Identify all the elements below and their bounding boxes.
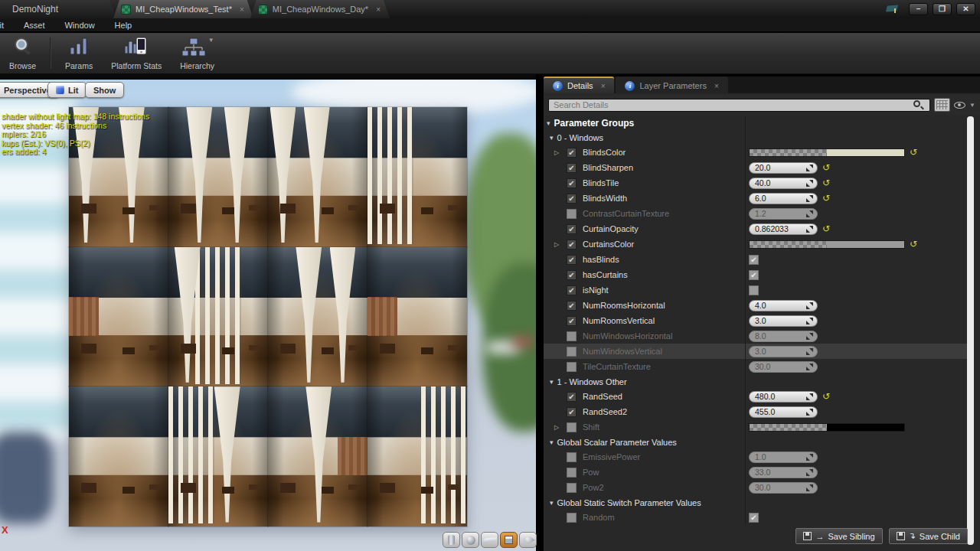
override-checkbox[interactable]: ✔ bbox=[567, 407, 577, 417]
override-checkbox[interactable]: ✔ bbox=[567, 194, 577, 204]
save-sibling-button[interactable]: → Save Sibling bbox=[795, 528, 882, 544]
value-input[interactable]: 30.0 bbox=[749, 361, 818, 373]
override-checkbox[interactable]: ✔ bbox=[567, 392, 577, 402]
preview-viewport[interactable]: Perspective Lit Show shader without ligh… bbox=[0, 74, 536, 551]
override-checkbox[interactable] bbox=[567, 452, 577, 462]
param-row-randseed2: ✔RandSeed2455.0 bbox=[544, 404, 969, 419]
chevron-down-icon[interactable]: ▼ bbox=[208, 37, 214, 60]
value-input[interactable]: 6.0 bbox=[749, 193, 818, 204]
preview-shape-cube-button[interactable] bbox=[500, 532, 518, 548]
search-input[interactable] bbox=[548, 99, 930, 112]
tab-details[interactable]: i Details × bbox=[544, 77, 614, 93]
tutorial-cap-icon[interactable] bbox=[886, 5, 898, 13]
expand-triangle-icon[interactable]: ▷ bbox=[554, 424, 567, 431]
value-input[interactable]: 3.0 bbox=[749, 315, 818, 327]
override-checkbox[interactable] bbox=[567, 209, 577, 219]
save-child-button[interactable]: ↴ Save Child bbox=[889, 528, 968, 544]
reset-to-default-icon[interactable]: ↺ bbox=[822, 194, 830, 202]
display-options-grid-icon[interactable] bbox=[934, 98, 950, 112]
override-checkbox[interactable]: ✔ bbox=[567, 163, 577, 173]
asset-tab-mi-cheapwindows-day[interactable]: MI_CheapWindows_Day* × bbox=[250, 0, 390, 18]
value-input[interactable]: 3.0 bbox=[749, 346, 818, 357]
value-input[interactable]: 455.0 bbox=[749, 406, 818, 418]
toolbar-button-params[interactable]: Params bbox=[56, 33, 102, 73]
value-input[interactable]: 8.0 bbox=[749, 331, 818, 342]
override-checkbox[interactable] bbox=[567, 468, 577, 478]
group-header-global-scalar-parameter-values[interactable]: ▾Global Scalar Parameter Values bbox=[544, 435, 969, 449]
override-checkbox[interactable]: ✔ bbox=[567, 270, 577, 280]
toolbar-button-browse[interactable]: Browse bbox=[0, 33, 45, 73]
override-checkbox[interactable]: ✔ bbox=[567, 178, 577, 188]
toolbar-button-hierarchy[interactable]: ▼Hierarchy bbox=[171, 33, 224, 73]
override-checkbox[interactable]: ✔ bbox=[567, 240, 577, 249]
show-button[interactable]: Show bbox=[85, 82, 124, 98]
view-options-eye-icon[interactable] bbox=[954, 102, 965, 109]
details-tab-bar: i Details × i Layer Parameters × bbox=[544, 77, 980, 93]
drag-diagonal-icon bbox=[806, 195, 813, 202]
override-checkbox[interactable] bbox=[567, 347, 577, 357]
reset-to-default-icon[interactable]: ↺ bbox=[822, 179, 830, 187]
menu-window[interactable]: Window bbox=[54, 21, 104, 30]
close-button[interactable]: ✕ bbox=[956, 3, 975, 15]
override-checkbox[interactable] bbox=[567, 513, 577, 523]
restore-button[interactable]: ❐ bbox=[933, 3, 952, 15]
value-checkbox[interactable]: ✔ bbox=[749, 270, 759, 280]
close-icon[interactable]: × bbox=[376, 5, 381, 14]
value-input[interactable]: 0.862033 bbox=[749, 223, 818, 235]
override-checkbox[interactable]: ✔ bbox=[567, 285, 577, 295]
override-checkbox[interactable] bbox=[567, 331, 577, 341]
value-input[interactable]: 33.0 bbox=[749, 467, 818, 478]
reset-to-default-icon[interactable]: ↺ bbox=[910, 240, 917, 248]
color-swatch-bar[interactable] bbox=[749, 148, 905, 157]
asset-tab-mi-cheapwindows-test[interactable]: MI_CheapWindows_Test* × bbox=[113, 0, 253, 18]
toolbar-button-platform-stats[interactable]: Platform Stats bbox=[102, 33, 171, 73]
close-icon[interactable]: × bbox=[240, 5, 244, 14]
close-icon[interactable]: × bbox=[601, 82, 606, 90]
value-checkbox[interactable] bbox=[749, 285, 759, 295]
override-checkbox[interactable] bbox=[567, 362, 577, 372]
expand-triangle-icon[interactable]: ▷ bbox=[554, 149, 567, 156]
menu-help[interactable]: Help bbox=[105, 21, 142, 30]
color-swatch-bar[interactable] bbox=[749, 240, 905, 249]
reset-to-default-icon[interactable]: ↺ bbox=[822, 393, 830, 400]
preview-shape-plane-button[interactable] bbox=[481, 532, 498, 548]
group-header-global-static-switch-parameter-values[interactable]: ▾Global Static Switch Parameter Values bbox=[544, 495, 969, 510]
minimize-button[interactable]: – bbox=[909, 3, 928, 15]
override-checkbox[interactable] bbox=[567, 422, 577, 432]
lit-mode-button[interactable]: Lit bbox=[47, 82, 87, 98]
close-icon[interactable]: × bbox=[714, 82, 719, 90]
value-input[interactable]: 1.0 bbox=[749, 452, 818, 463]
override-checkbox[interactable] bbox=[567, 483, 577, 493]
scrollbar-thumb[interactable] bbox=[967, 116, 974, 545]
preview-shape-cylinder-button[interactable] bbox=[443, 532, 460, 548]
expand-triangle-icon[interactable]: ▷ bbox=[554, 241, 567, 248]
preview-shape-sphere-button[interactable] bbox=[462, 532, 479, 548]
value-input[interactable]: 1.2 bbox=[749, 208, 818, 220]
app-window-tab[interactable]: DemoNight bbox=[0, 0, 116, 18]
value-input[interactable]: 40.0 bbox=[749, 178, 818, 189]
reset-to-default-icon[interactable]: ↺ bbox=[822, 164, 830, 171]
chevron-down-icon[interactable]: ▼ bbox=[969, 102, 975, 109]
color-swatch-bar[interactable] bbox=[749, 423, 905, 432]
value-input[interactable]: 4.0 bbox=[749, 300, 818, 311]
value-checkbox[interactable]: ✔ bbox=[749, 255, 759, 265]
value-input[interactable]: 30.0 bbox=[749, 482, 818, 494]
group-header-0-windows[interactable]: ▾0 - Windows bbox=[544, 130, 969, 145]
override-checkbox[interactable]: ✔ bbox=[567, 148, 577, 158]
menu-edit[interactable]: Edit bbox=[0, 21, 14, 30]
value-input[interactable]: 20.0 bbox=[749, 162, 818, 174]
menu-asset[interactable]: Asset bbox=[14, 21, 55, 30]
reset-to-default-icon[interactable]: ↺ bbox=[910, 148, 917, 156]
group-header-1-windows-other[interactable]: ▾1 - Windows Other bbox=[544, 374, 969, 389]
override-checkbox[interactable]: ✔ bbox=[567, 301, 577, 311]
override-checkbox[interactable]: ✔ bbox=[567, 224, 577, 234]
override-checkbox[interactable]: ✔ bbox=[567, 255, 577, 265]
override-checkbox[interactable]: ✔ bbox=[567, 316, 577, 326]
drag-diagonal-icon bbox=[806, 165, 813, 171]
reset-to-default-icon[interactable]: ↺ bbox=[822, 225, 830, 233]
tab-layer-parameters[interactable]: i Layer Parameters × bbox=[616, 77, 727, 93]
preview-shape-teapot-button[interactable] bbox=[519, 532, 537, 548]
value-checkbox[interactable]: ✔ bbox=[749, 513, 759, 523]
parameter-groups-header[interactable]: ▾ Parameter Groups bbox=[544, 116, 969, 130]
value-input[interactable]: 480.0 bbox=[749, 391, 818, 403]
